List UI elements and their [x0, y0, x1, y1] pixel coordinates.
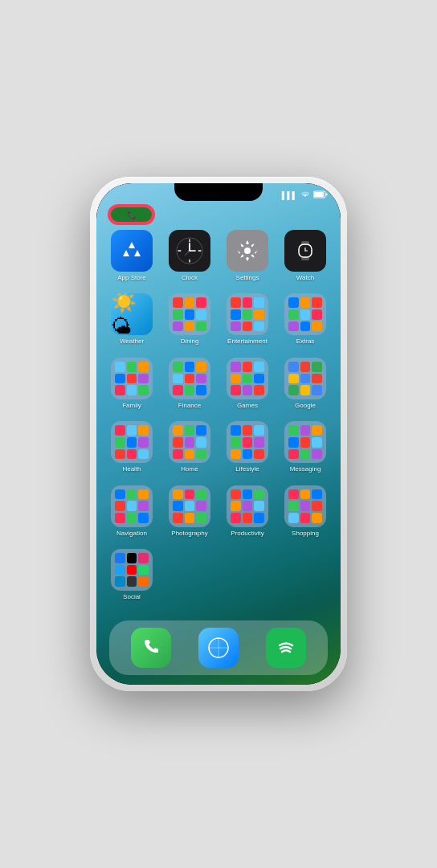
status-right: ▌▌▌ — [282, 190, 328, 200]
settings-label: Settings — [236, 274, 259, 281]
svg-point-12 — [244, 248, 251, 254]
weather-item[interactable]: ☀️🌤 Weather — [104, 293, 159, 352]
family-item[interactable]: Family — [104, 358, 159, 416]
social-folder-icon — [111, 549, 153, 591]
svg-rect-1 — [326, 194, 328, 196]
messaging-item[interactable]: Messaging — [278, 421, 333, 480]
dining-folder-icon — [169, 293, 210, 335]
home-label: Home — [181, 465, 198, 473]
phone-inner: ▌▌▌ — [96, 183, 341, 685]
social-item[interactable]: Social — [104, 549, 159, 608]
notch — [174, 183, 263, 201]
dock-phone-item[interactable] — [131, 628, 171, 668]
active-call-button[interactable]: 📞 — [109, 206, 153, 223]
dock-safari-icon — [198, 628, 239, 668]
dock-safari-item[interactable] — [198, 628, 239, 668]
games-folder-icon — [227, 358, 268, 399]
extras-label: Extras — [296, 338, 315, 345]
clock-label: Clock — [182, 274, 198, 281]
extras-item[interactable]: Extras — [278, 293, 333, 352]
wifi-icon — [300, 190, 310, 200]
watch-item[interactable]: Watch — [278, 230, 333, 289]
messaging-folder-icon — [284, 421, 326, 463]
shopping-item[interactable]: Shopping — [278, 485, 333, 544]
dock-phone-icon — [131, 628, 171, 668]
weather-label: Weather — [120, 338, 144, 345]
family-folder-icon — [111, 358, 153, 399]
dock-spotify-item[interactable] — [266, 628, 306, 668]
app-store-item[interactable]: App Store — [104, 230, 159, 289]
screen: ▌▌▌ — [96, 183, 341, 685]
family-label: Family — [122, 402, 141, 409]
dining-item[interactable]: Dining — [162, 293, 217, 352]
google-label: Google — [295, 402, 316, 409]
settings-icon — [227, 230, 268, 272]
call-icon: 📞 — [127, 211, 137, 219]
social-label: Social — [123, 593, 141, 600]
navigation-folder-icon — [111, 485, 153, 527]
phone-outer: ▌▌▌ — [90, 177, 347, 691]
entertainment-label: Entertainment — [227, 338, 268, 345]
lifestyle-label: Lifestyle — [235, 465, 259, 473]
google-item[interactable]: Google — [278, 358, 333, 416]
settings-item[interactable]: Settings — [220, 230, 275, 289]
google-folder-icon — [284, 358, 326, 399]
home-item[interactable]: Home — [162, 421, 217, 480]
lifestyle-folder-icon — [227, 421, 268, 463]
navigation-item[interactable]: Navigation — [104, 485, 159, 544]
clock-icon — [169, 230, 210, 272]
health-item[interactable]: Health — [104, 421, 159, 480]
productivity-folder-icon — [227, 485, 268, 527]
games-item[interactable]: Games — [220, 358, 275, 416]
productivity-item[interactable]: Productivity — [220, 485, 275, 544]
finance-folder-icon — [169, 358, 210, 399]
messaging-label: Messaging — [290, 465, 321, 473]
finance-item[interactable]: Finance — [162, 358, 217, 416]
finance-label: Finance — [178, 402, 201, 409]
entertainment-folder-icon — [227, 293, 268, 335]
lifestyle-item[interactable]: Lifestyle — [220, 421, 275, 480]
svg-rect-2 — [314, 192, 324, 197]
watch-label: Watch — [296, 274, 314, 281]
productivity-label: Productivity — [231, 530, 263, 537]
extras-folder-icon — [284, 293, 326, 335]
battery-icon — [313, 190, 328, 200]
entertainment-item[interactable]: Entertainment — [220, 293, 275, 352]
apps-grid: App Store — [104, 230, 333, 620]
photography-folder-icon — [169, 485, 210, 527]
app-store-label: App Store — [117, 274, 146, 281]
shopping-folder-icon — [284, 485, 326, 527]
signal-icon: ▌▌▌ — [282, 191, 297, 199]
shopping-label: Shopping — [292, 530, 319, 537]
photography-item[interactable]: Photography — [162, 485, 217, 544]
photography-label: Photography — [171, 530, 207, 537]
app-store-icon — [111, 230, 153, 272]
clock-item[interactable]: Clock — [162, 230, 217, 289]
weather-icon: ☀️🌤 — [111, 293, 153, 335]
health-folder-icon — [111, 421, 153, 463]
navigation-label: Navigation — [116, 530, 147, 537]
home-folder-icon — [169, 421, 210, 463]
health-label: Health — [122, 465, 141, 473]
dock-spotify-icon — [266, 628, 306, 668]
dining-label: Dining — [181, 338, 199, 345]
dock — [109, 620, 328, 675]
watch-icon — [284, 230, 326, 272]
games-label: Games — [237, 402, 258, 409]
